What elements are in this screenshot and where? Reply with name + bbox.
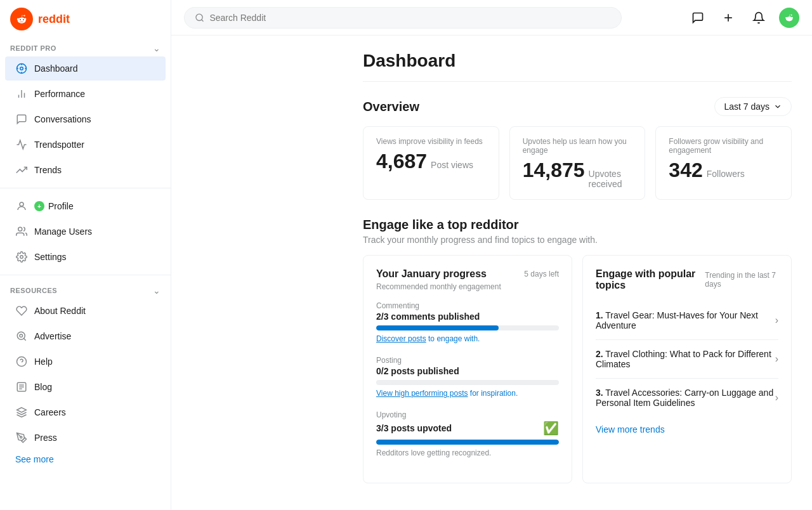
add-button[interactable] [718,8,738,28]
blog-icon [15,381,28,393]
commenting-progress-fill [376,325,499,330]
sidebar-item-careers[interactable]: Careers [5,400,166,424]
pro-section-chevron-icon[interactable]: ⌄ [153,43,160,53]
svg-point-22 [20,436,22,438]
press-icon [15,431,28,444]
upvoting-type-label: Upvoting [376,410,559,419]
resources-section-chevron-icon[interactable]: ⌄ [153,285,160,296]
stat-views-value: 4,687 Post views [376,150,486,173]
search-input[interactable] [209,13,611,23]
sidebar: reddit REDDIT PRO ⌄ Dashboard Performanc… [0,0,171,510]
commenting-value: 2/3 comments published [376,311,559,322]
stat-upvotes-value: 14,875 Upvotes received [523,159,632,189]
sidebar-item-conversations[interactable]: Conversations [5,107,166,131]
svg-point-12 [20,256,23,259]
settings-icon [15,251,28,263]
view-more-trends-link[interactable]: View more trends [596,424,778,435]
commenting-discover-link[interactable]: Discover posts to engage with. [376,334,559,343]
overview-title: Overview [363,100,419,114]
sidebar-dashboard-label: Dashboard [34,63,78,74]
progress-card: Your January progress 5 days left Recomm… [363,255,572,483]
engage-title: Engage like a top redditor [363,218,792,232]
help-icon [15,355,28,368]
stat-card-followers: Followers grow visibility and engagement… [655,126,792,200]
sidebar-resources-section-header: RESOURCES ⌄ [0,280,171,298]
notifications-button[interactable] [749,8,769,28]
svg-point-14 [20,334,23,337]
sidebar-divider-1 [0,188,171,188]
sidebar-item-blog[interactable]: Blog [5,375,166,399]
sidebar-conversations-label: Conversations [34,114,91,124]
bottom-row: Your January progress 5 days left Recomm… [363,255,792,483]
posting-inspiration-link[interactable]: View high performing posts for inspirati… [376,389,559,398]
sidebar-item-profile[interactable]: + Profile [5,194,166,218]
sidebar-trends-label: Trends [34,165,62,175]
stat-card-upvotes: Upvotes help us learn how you engage 14,… [509,126,646,200]
progress-commenting-section: Commenting 2/3 comments published Discov… [376,301,559,343]
sidebar-item-press[interactable]: Press [5,426,166,450]
progress-card-header: Your January progress 5 days left [376,268,559,280]
posting-value: 0/2 posts published [376,366,559,376]
svg-point-23 [196,14,202,20]
sidebar-press-label: Press [34,433,57,443]
sidebar-item-dashboard[interactable]: Dashboard [5,56,166,81]
sidebar-item-advertise[interactable]: Advertise [5,324,166,348]
trend-2-chevron-icon: › [775,353,778,365]
topbar-actions [688,8,799,28]
performance-icon [15,88,28,100]
posting-type-label: Posting [376,356,559,365]
overview-header: Overview Last 7 days [363,97,792,116]
svg-point-11 [18,227,22,231]
sidebar-item-settings[interactable]: Settings [5,245,166,269]
sidebar-settings-label: Settings [34,252,67,262]
upvoting-note: Redditors love getting recognized. [376,448,559,457]
trends-card-title: Engage with popular topics [596,268,705,291]
engage-subtitle: Track your monthly progress and find top… [363,235,792,245]
chat-button[interactable] [688,8,708,28]
conversations-icon [15,113,28,126]
trend-item-2[interactable]: 2. Travel Clothing: What to Pack for Dif… [596,340,778,379]
trends-card-subtitle: Trending in the last 7 days [705,271,778,289]
topbar [171,0,812,36]
user-avatar[interactable] [779,8,799,28]
sidebar-item-trends[interactable]: Trends [5,158,166,182]
search-bar[interactable] [184,7,622,29]
trend-item-1[interactable]: 1. Travel Gear: Must-Haves for Your Next… [596,301,778,340]
sidebar-manage-users-label: Manage Users [34,226,92,237]
svg-point-2 [20,67,23,70]
stat-card-views: Views improve visibility in feeds 4,687 … [363,126,499,200]
commenting-progress-bg [376,325,559,330]
trend-item-3[interactable]: 3. Travel Accessories: Carry-on Luggage … [596,379,778,417]
reddit-logo[interactable]: reddit [0,0,171,38]
svg-line-24 [202,19,204,21]
progress-days-left: 5 days left [524,270,559,278]
date-filter-button[interactable]: Last 7 days [714,97,792,116]
trend-3-chevron-icon: › [775,392,778,403]
trendspotter-icon [15,138,28,151]
dashboard-icon [15,62,28,75]
upvoting-complete-icon: ✅ [543,421,559,436]
sidebar-item-manage-users[interactable]: Manage Users [5,219,166,244]
svg-point-13 [17,332,25,339]
sidebar-item-about-reddit[interactable]: About Reddit [5,299,166,323]
profile-plus-icon: + [34,201,44,211]
upvoting-value: 3/3 posts upvoted ✅ [376,421,559,436]
progress-upvoting-section: Upvoting 3/3 posts upvoted ✅ Redditors l… [376,410,559,457]
sidebar-item-performance[interactable]: Performance [5,82,166,106]
sidebar-help-label: Help [34,356,53,367]
progress-card-title: Your January progress [376,268,487,280]
sidebar-performance-label: Performance [34,89,85,99]
main-content: Dashboard Overview Last 7 days Views imp… [343,36,812,510]
trends-card: Engage with popular topics Trending in t… [582,255,792,483]
page-divider [363,81,792,82]
upvoting-progress-bg [376,440,559,445]
commenting-type-label: Commenting [376,301,559,310]
svg-point-10 [20,202,23,206]
trend-1-chevron-icon: › [775,315,778,326]
see-more-button[interactable]: See more [0,450,171,468]
chevron-down-icon [773,102,782,111]
profile-icon [15,200,28,213]
sidebar-item-help[interactable]: Help [5,350,166,374]
sidebar-item-trendspotter[interactable]: Trendspotter [5,133,166,157]
stat-followers-value: 342 Followers [669,159,778,182]
